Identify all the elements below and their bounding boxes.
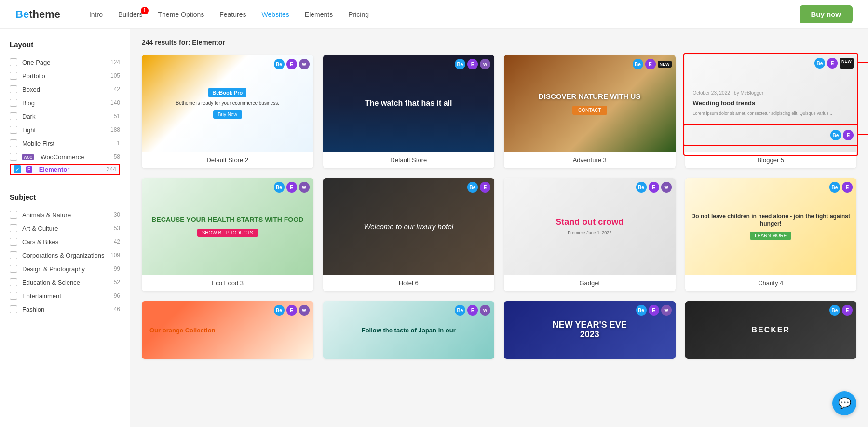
- filter-animals[interactable]: Animals & Nature 30: [10, 208, 120, 221]
- card-blogger-5-wrapper: Be E NEW Elementor-ready templates: [685, 55, 857, 168]
- thumb-gadget-headline: Stand out crowd: [556, 218, 624, 227]
- card-row3-1[interactable]: Be E W Our orange Collection: [142, 301, 313, 359]
- card-thumb-row3b: Be E W Follow the taste of Japan in our: [323, 301, 495, 359]
- card-thumb-row3d: Be E BECKER: [685, 301, 857, 359]
- thumb-overlay-store2: BeBook Pro Betheme is ready for your eco…: [142, 55, 313, 152]
- checkbox-dark[interactable]: [10, 112, 17, 120]
- checkbox-boxed[interactable]: [10, 85, 17, 93]
- filter-education-label: Education & Science: [22, 279, 80, 286]
- nav-features[interactable]: Features: [219, 11, 246, 18]
- checkbox-one-page[interactable]: [10, 58, 17, 66]
- filter-woocommerce[interactable]: woo WooCommerce 58: [10, 150, 120, 164]
- thumb-store2-desc: Betheme is ready for your ecommerce busi…: [176, 100, 279, 106]
- filter-entertainment-label: Entertainment: [22, 292, 61, 300]
- results-count: 244: [142, 39, 153, 46]
- card-row3-4[interactable]: Be E BECKER: [685, 301, 857, 359]
- nav-pricing[interactable]: Pricing: [348, 11, 369, 18]
- thumb-adventure-headline: DISCOVER NATURE WITH US: [539, 92, 640, 101]
- filter-design[interactable]: Design & Photography 99: [10, 262, 120, 275]
- card-thumb-charity: Be E Do not leave children in need alone…: [685, 178, 857, 275]
- filter-corporations[interactable]: Corporations & Organizations 109: [10, 248, 120, 262]
- nav-elements[interactable]: Elements: [305, 11, 333, 18]
- card-name-eco-food-3: Eco Food 3: [142, 275, 313, 291]
- results-query: Elementor: [192, 39, 225, 46]
- nav-links: Intro Builders 1 Theme Options Features …: [89, 11, 800, 18]
- filter-design-label: Design & Photography: [22, 265, 85, 273]
- elementor-icon: E: [26, 166, 32, 173]
- filter-education-count: 52: [114, 279, 120, 286]
- subject-section-title: Subject: [10, 193, 120, 201]
- checkbox-blog[interactable]: [10, 99, 17, 107]
- filter-cars-count: 42: [114, 238, 120, 245]
- thumb-ecofood-cta: SHOW BE PRODUCTS: [197, 229, 258, 237]
- checkbox-elementor[interactable]: [14, 165, 21, 173]
- filter-woocommerce-count: 58: [114, 153, 120, 160]
- filter-art[interactable]: Art & Culture 53: [10, 221, 120, 235]
- card-thumb-default-store: Be E W The watch that has it all: [323, 55, 495, 152]
- card-charity-4[interactable]: Be E Do not leave children in need alone…: [685, 178, 857, 291]
- checkbox-mobile-first[interactable]: [10, 139, 17, 147]
- checkbox-fashion[interactable]: [10, 305, 17, 313]
- thumb-row3c-headline: NEW YEAR'S EVE2023: [553, 320, 627, 340]
- card-name-hotel-6: Hotel 6: [323, 275, 495, 291]
- checkbox-woocommerce[interactable]: [10, 153, 17, 161]
- filter-mobile-first-label: Mobile First: [22, 140, 54, 147]
- card-hotel-6[interactable]: Be E Welcome to our luxury hotel Hotel 6: [323, 178, 495, 291]
- card-name-default-store: Default Store: [323, 152, 495, 168]
- card-eco-food-3[interactable]: Be E W BECAUSE YOUR HEALTH STARTS WITH F…: [142, 178, 313, 291]
- thumb-blogger-body: Lorem ipsum dolor sit amet, consectetur …: [691, 109, 851, 119]
- filter-fashion[interactable]: Fashion 46: [10, 303, 120, 316]
- checkbox-corporations[interactable]: [10, 251, 17, 259]
- results-for-text: results for:: [155, 39, 192, 46]
- logo[interactable]: Betheme: [15, 8, 60, 21]
- card-row3-2[interactable]: Be E W Follow the taste of Japan in our: [323, 301, 495, 359]
- arrow-line-top: [858, 62, 868, 63]
- filter-portfolio[interactable]: Portfolio 105: [10, 69, 120, 83]
- card-row3-3[interactable]: Be E W NEW YEAR'S EVE2023: [504, 301, 676, 359]
- filter-dark-label: Dark: [22, 113, 35, 120]
- checkbox-light[interactable]: [10, 126, 17, 134]
- checkbox-design[interactable]: [10, 265, 17, 273]
- thumb-overlay-row3d: BECKER: [685, 301, 857, 359]
- filter-mobile-first[interactable]: Mobile First 1: [10, 137, 120, 150]
- checkbox-portfolio[interactable]: [10, 72, 17, 80]
- filter-corporations-label: Corporations & Organizations: [22, 252, 105, 259]
- card-blogger-5[interactable]: October 23, 2022 · by McBlogger Wedding …: [685, 55, 857, 168]
- card-gadget[interactable]: Be E W Stand out crowd Premiere June 1, …: [504, 178, 676, 291]
- filter-elementor[interactable]: E Elementor 244: [10, 164, 120, 175]
- filter-light[interactable]: Light 188: [10, 123, 120, 137]
- filter-entertainment[interactable]: Entertainment 96: [10, 289, 120, 303]
- thumb-charity-headline: Do not leave children in need alone - jo…: [691, 213, 851, 228]
- filter-boxed-count: 42: [114, 86, 120, 93]
- nav-intro[interactable]: Intro: [89, 11, 103, 18]
- filter-dark[interactable]: Dark 51: [10, 110, 120, 123]
- sidebar: Layout One Page 124 Portfolio 105 Boxed …: [0, 29, 130, 427]
- filter-one-page-label: One Page: [22, 59, 51, 66]
- filter-cars[interactable]: Cars & Bikes 42: [10, 235, 120, 248]
- card-adventure-3[interactable]: Be E NEW DISCOVER NATURE WITH US CONTACT…: [504, 55, 676, 168]
- checkbox-animals[interactable]: [10, 211, 17, 219]
- thumb-overlay-blogger: October 23, 2022 · by McBlogger Wedding …: [685, 55, 857, 152]
- filter-mobile-first-count: 1: [117, 140, 120, 147]
- thumb-overlay-charity: Do not leave children in need alone - jo…: [685, 178, 857, 275]
- checkbox-cars[interactable]: [10, 238, 17, 246]
- card-thumb-gadget: Be E W Stand out crowd Premiere June 1, …: [504, 178, 676, 275]
- checkbox-art[interactable]: [10, 224, 17, 232]
- nav-theme-options[interactable]: Theme Options: [158, 11, 204, 18]
- thumb-row3a-headline: Our orange Collection: [148, 325, 308, 336]
- checkbox-entertainment[interactable]: [10, 292, 17, 300]
- filter-boxed[interactable]: Boxed 42: [10, 83, 120, 96]
- filter-elementor-count: 244: [107, 166, 116, 173]
- chat-button[interactable]: 💬: [832, 391, 856, 415]
- checkbox-education[interactable]: [10, 278, 17, 286]
- card-default-store[interactable]: Be E W The watch that has it all Default…: [323, 55, 495, 168]
- filter-design-count: 99: [114, 265, 120, 272]
- card-default-store-2[interactable]: Be E W BeBook Pro Betheme is ready for y…: [142, 55, 313, 168]
- nav-builders[interactable]: Builders 1: [118, 11, 143, 18]
- filter-art-count: 53: [114, 225, 120, 232]
- filter-education[interactable]: Education & Science 52: [10, 275, 120, 289]
- nav-websites[interactable]: Websites: [262, 11, 289, 18]
- buy-now-button[interactable]: Buy now: [800, 5, 853, 23]
- filter-one-page[interactable]: One Page 124: [10, 55, 120, 69]
- filter-blog[interactable]: Blog 140: [10, 96, 120, 110]
